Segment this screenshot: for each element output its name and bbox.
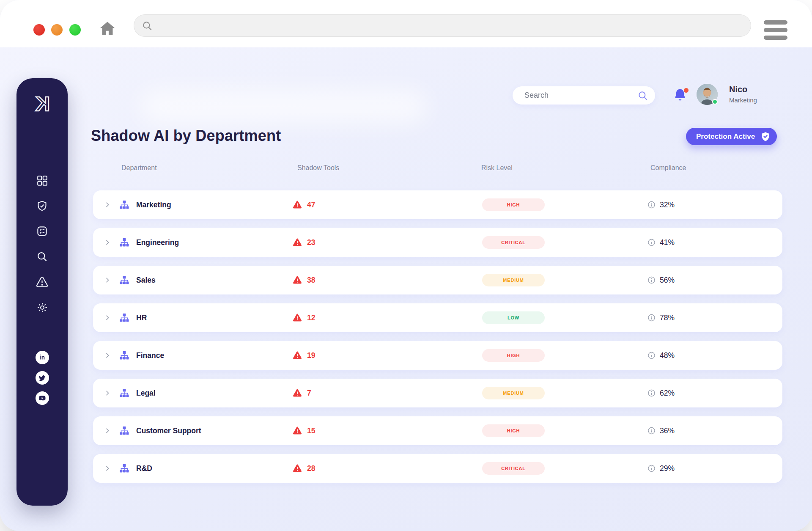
department-name: Finance bbox=[136, 351, 164, 360]
warning-triangle-icon bbox=[293, 276, 302, 284]
twitter-icon[interactable] bbox=[36, 371, 49, 385]
gear-icon bbox=[36, 302, 48, 314]
risk-level-badge: LOW bbox=[482, 311, 545, 324]
search-input[interactable] bbox=[524, 91, 637, 100]
expand-chevron-icon[interactable] bbox=[104, 465, 111, 472]
youtube-icon[interactable] bbox=[36, 391, 49, 405]
sidebar-item-dashboard[interactable] bbox=[35, 175, 49, 186]
shadow-tools-count: 19 bbox=[307, 351, 315, 360]
close-window-button[interactable] bbox=[33, 24, 45, 36]
warning-triangle-icon bbox=[293, 389, 302, 397]
compliance-value: 48% bbox=[660, 351, 675, 360]
sidebar-item-alerts[interactable] bbox=[35, 276, 49, 288]
page-title: Shadow AI by Department bbox=[91, 127, 281, 145]
sidebar-item-tasks[interactable] bbox=[35, 226, 49, 237]
warning-triangle-icon bbox=[293, 314, 302, 322]
sidebar-item-search[interactable] bbox=[35, 251, 49, 262]
risk-level-badge: CRITICAL bbox=[482, 462, 545, 475]
info-icon[interactable] bbox=[647, 427, 656, 435]
shadow-tools-count: 12 bbox=[307, 314, 315, 322]
browser-topbar bbox=[0, 0, 812, 47]
address-bar[interactable] bbox=[134, 14, 751, 37]
compliance-value: 32% bbox=[660, 201, 675, 209]
department-sitemap-icon bbox=[119, 350, 129, 360]
expand-chevron-icon[interactable] bbox=[104, 201, 111, 208]
department-name: Sales bbox=[136, 276, 156, 285]
table-header-row: DepartmentShadow ToolsRisk LevelComplian… bbox=[93, 164, 782, 173]
search-icon bbox=[36, 251, 48, 262]
warning-triangle-icon bbox=[293, 201, 302, 209]
risk-level-badge: MEDIUM bbox=[482, 387, 545, 399]
department-name: Customer Support bbox=[136, 426, 201, 435]
department-sitemap-icon bbox=[119, 313, 129, 323]
grid-icon bbox=[37, 175, 48, 186]
shadow-tools-count: 28 bbox=[307, 464, 315, 473]
user-role: Marketing bbox=[729, 96, 757, 104]
background-glow bbox=[140, 90, 427, 124]
info-icon[interactable] bbox=[647, 201, 656, 209]
table-row[interactable]: Sales 38 MEDIUM 56% bbox=[93, 266, 782, 294]
search-icon[interactable] bbox=[637, 90, 648, 101]
table-row[interactable]: Customer Support 15 HIGH 36% bbox=[93, 416, 782, 445]
table-row[interactable]: Legal 7 MEDIUM 62% bbox=[93, 379, 782, 407]
online-status-dot bbox=[712, 99, 718, 105]
warning-triangle-icon bbox=[293, 238, 302, 247]
risk-level-badge: MEDIUM bbox=[482, 274, 545, 286]
minimize-window-button[interactable] bbox=[51, 24, 63, 36]
expand-chevron-icon[interactable] bbox=[104, 277, 111, 283]
expand-chevron-icon[interactable] bbox=[104, 314, 111, 321]
department-sitemap-icon bbox=[119, 200, 129, 210]
expand-chevron-icon[interactable] bbox=[104, 390, 111, 396]
menu-icon[interactable] bbox=[764, 20, 788, 40]
home-icon[interactable] bbox=[98, 19, 117, 38]
user-name: Nico bbox=[729, 85, 747, 94]
table-row[interactable]: Marketing 47 HIGH 32% bbox=[93, 190, 782, 219]
warning-triangle-icon bbox=[293, 426, 302, 435]
table-row[interactable]: R&D 28 CRITICAL 29% bbox=[93, 454, 782, 483]
url-input[interactable] bbox=[153, 21, 751, 30]
column-header: Shadow Tools bbox=[297, 164, 339, 172]
department-sitemap-icon bbox=[119, 237, 129, 248]
column-header: Compliance bbox=[650, 164, 686, 172]
notifications-bell-icon[interactable] bbox=[673, 88, 689, 104]
alert-triangle-icon bbox=[36, 276, 48, 288]
svg-text:K: K bbox=[35, 93, 50, 115]
department-table-body: Marketing 47 HIGH 32% Engineering 23 CRI… bbox=[93, 190, 782, 492]
dashboard-search[interactable] bbox=[513, 86, 655, 105]
notification-badge bbox=[684, 88, 689, 93]
protection-active-button[interactable]: Protection Active bbox=[686, 128, 777, 145]
zoom-window-button[interactable] bbox=[69, 24, 81, 36]
expand-chevron-icon[interactable] bbox=[104, 239, 111, 246]
shadow-tools-count: 38 bbox=[307, 276, 315, 285]
table-row[interactable]: Finance 19 HIGH 48% bbox=[93, 341, 782, 370]
main-content: K bbox=[0, 47, 812, 531]
info-icon[interactable] bbox=[647, 352, 656, 360]
sidebar-item-settings[interactable] bbox=[35, 302, 49, 313]
department-sitemap-icon bbox=[119, 426, 129, 436]
column-header: Risk Level bbox=[481, 164, 513, 172]
sidebar-item-protection[interactable] bbox=[35, 200, 49, 212]
compliance-value: 36% bbox=[660, 426, 675, 435]
info-icon[interactable] bbox=[647, 465, 656, 473]
table-row[interactable]: Engineering 23 CRITICAL 41% bbox=[93, 228, 782, 257]
expand-chevron-icon[interactable] bbox=[104, 427, 111, 434]
risk-level-badge: HIGH bbox=[482, 198, 545, 211]
shadow-tools-count: 15 bbox=[307, 426, 315, 435]
shield-check-icon bbox=[761, 132, 770, 142]
department-sitemap-icon bbox=[119, 388, 129, 398]
table-row[interactable]: HR 12 LOW 78% bbox=[93, 303, 782, 332]
info-icon[interactable] bbox=[647, 314, 656, 322]
brand-logo[interactable]: K bbox=[16, 92, 68, 116]
info-icon[interactable] bbox=[647, 276, 656, 284]
expand-chevron-icon[interactable] bbox=[104, 352, 111, 359]
info-icon[interactable] bbox=[647, 239, 656, 247]
department-name: Legal bbox=[136, 389, 156, 398]
compliance-value: 29% bbox=[660, 464, 675, 473]
protection-active-label: Protection Active bbox=[696, 132, 755, 141]
department-name: Engineering bbox=[136, 238, 179, 247]
linkedin-icon[interactable] bbox=[36, 351, 49, 364]
search-icon bbox=[142, 20, 153, 31]
department-name: HR bbox=[136, 314, 147, 322]
compliance-value: 41% bbox=[660, 238, 675, 247]
info-icon[interactable] bbox=[647, 389, 656, 397]
